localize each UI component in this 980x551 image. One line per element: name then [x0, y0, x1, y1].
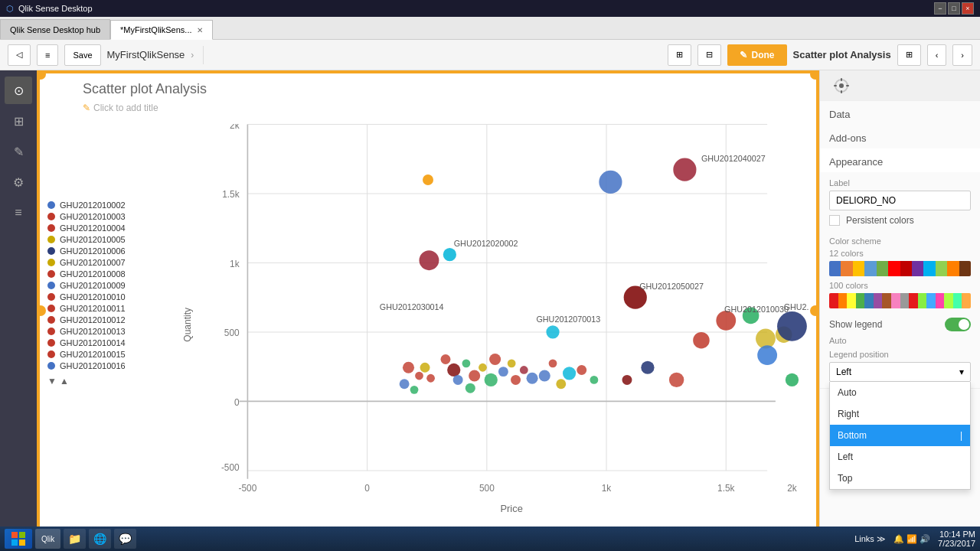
dropdown-option-bottom[interactable]: Bottom | [830, 425, 970, 446]
tab-close-icon[interactable]: ✕ [197, 26, 203, 34]
dropdown-option-left[interactable]: Left [830, 446, 970, 468]
svg-rect-83 [11, 540, 18, 546]
taskbar-app-chrome[interactable]: 🌐 [89, 529, 111, 549]
svg-point-32 [546, 325, 559, 338]
handle-top[interactable] [37, 70, 819, 73]
panel-section-data[interactable]: Data [820, 101, 980, 125]
handle-dot-right[interactable] [810, 305, 819, 316]
breadcrumb-app[interactable]: MyFirstQlikSense [107, 49, 185, 60]
list-item: GHU2012010013 [47, 327, 126, 336]
list-item: GHU2012010014 [47, 338, 126, 347]
svg-text:1k: 1k [602, 483, 612, 494]
persistent-colors-label: Persistent colors [846, 215, 914, 226]
legend-position-dropdown[interactable]: Left ▾ Auto Right Bottom | Left Top [829, 362, 971, 382]
svg-text:GHU2...: GHU2... [784, 302, 808, 311]
label-input[interactable] [829, 191, 971, 210]
back-button[interactable]: ◁ [8, 44, 31, 66]
persistent-colors-checkbox[interactable] [829, 215, 840, 226]
svg-point-66 [590, 376, 599, 384]
list-item: GHU2012010015 [47, 350, 126, 359]
maximize-button[interactable]: □ [948, 2, 960, 15]
minimize-button[interactable]: − [934, 2, 946, 15]
close-button[interactable]: × [962, 2, 974, 15]
taskbar-app-qlik[interactable]: Qlik [35, 529, 60, 549]
toolbar-sep [203, 46, 204, 64]
nav-prev-button[interactable]: ‹ [927, 44, 947, 66]
clock-date: 7/23/2017 [938, 539, 975, 548]
colors-100-label: 100 colors [829, 281, 971, 290]
tab-hub[interactable]: Qlik Sense Desktop hub [0, 19, 110, 39]
svg-rect-77 [841, 78, 842, 81]
svg-rect-80 [846, 85, 849, 86]
handle-dot-tr[interactable] [810, 70, 819, 80]
legend-list: GHU2012010002 GHU2012010003 GHU201201000… [47, 201, 126, 386]
legend-dot [47, 362, 55, 370]
svg-rect-82 [19, 532, 25, 538]
legend-position-btn[interactable]: Left ▾ [829, 362, 971, 382]
taskbar-app-skype[interactable]: 💬 [114, 529, 136, 549]
nav-next-button[interactable]: › [952, 44, 972, 66]
handle-dot-tl[interactable] [37, 70, 46, 80]
svg-point-25 [599, 171, 622, 194]
tab-bar: Qlik Sense Desktop hub *MyFirstQlikSens.… [0, 17, 980, 40]
colors-12-label: 12 colors [829, 249, 971, 258]
sidebar-icon-settings[interactable]: ⚙ [5, 168, 32, 196]
list-item: GHU2012010006 [47, 246, 126, 256]
svg-point-60 [485, 373, 498, 386]
tab-hub-label: Qlik Sense Desktop hub [10, 25, 100, 34]
show-legend-toggle[interactable] [945, 318, 971, 331]
save-button[interactable]: Save [64, 44, 100, 66]
sidebar-icon-home[interactable]: ⊙ [5, 77, 32, 104]
clock: 10:14 PM 7/23/2017 [938, 530, 975, 548]
view-button[interactable]: ⊞ [668, 44, 691, 66]
svg-point-42 [777, 311, 807, 341]
svg-text:500: 500 [479, 483, 495, 494]
svg-point-58 [498, 367, 508, 377]
tab-myfirst[interactable]: *MyFirstQlikSens... ✕ [110, 20, 213, 40]
sidebar-icon-edit[interactable]: ✎ [5, 138, 32, 165]
list-item: GHU2012010016 [47, 361, 126, 370]
legend-dot [47, 213, 55, 220]
dropdown-option-top[interactable]: Top [830, 468, 970, 489]
legend-dot [47, 259, 55, 266]
legend-dot [47, 293, 55, 301]
legend-dot [47, 236, 55, 243]
svg-rect-79 [834, 85, 837, 86]
legend-label: GHU2012010013 [60, 327, 126, 336]
svg-text:-500: -500 [239, 483, 257, 494]
legend-scroll-down[interactable]: ▼ [47, 376, 57, 386]
color-band-100[interactable] [829, 293, 971, 308]
chart-header-title: Scatter plot Analysis [793, 49, 891, 60]
menu-button[interactable]: ≡ [37, 44, 58, 66]
svg-point-45 [415, 372, 423, 380]
panel-settings-icon[interactable] [829, 73, 854, 98]
svg-point-52 [462, 359, 471, 367]
done-button[interactable]: ✎ Done [727, 44, 787, 66]
sidebar-icon-menu[interactable]: ≡ [5, 199, 32, 227]
legend-dot [47, 305, 55, 312]
svg-text:GHU2012070013: GHU2012070013 [536, 315, 600, 324]
chart-subtitle[interactable]: ✎ Click to add title [83, 103, 158, 113]
svg-text:1.5k: 1.5k [717, 483, 734, 494]
dropdown-option-right[interactable]: Right [830, 403, 970, 425]
legend-dot [47, 224, 55, 232]
legend-scroll-up[interactable]: ▲ [60, 376, 69, 386]
start-button[interactable] [5, 529, 32, 549]
panel-section-appearance[interactable]: Appearance [820, 148, 980, 172]
appearance-content: Label Persistent colors Color scheme 12 … [820, 172, 980, 389]
svg-rect-84 [19, 540, 25, 546]
taskbar-app-explorer[interactable]: 📁 [64, 529, 86, 549]
bookmark-button[interactable]: ⊟ [697, 44, 721, 66]
svg-point-74 [786, 373, 799, 386]
snap-button[interactable]: ⊞ [897, 44, 921, 66]
handle-dot-left[interactable] [37, 305, 46, 316]
panel-section-addons[interactable]: Add-ons [820, 125, 980, 148]
color-band-12[interactable] [829, 261, 971, 276]
title-bar: ⬡ Qlik Sense Desktop − □ × [0, 0, 980, 17]
dropdown-option-auto[interactable]: Auto [830, 382, 970, 403]
legend-label: GHU2012010011 [60, 304, 126, 313]
svg-text:GHU2012050027: GHU2012050027 [639, 282, 704, 291]
done-label: Done [752, 50, 775, 60]
svg-text:500: 500 [224, 328, 240, 338]
sidebar-icon-grid[interactable]: ⊞ [5, 107, 32, 135]
